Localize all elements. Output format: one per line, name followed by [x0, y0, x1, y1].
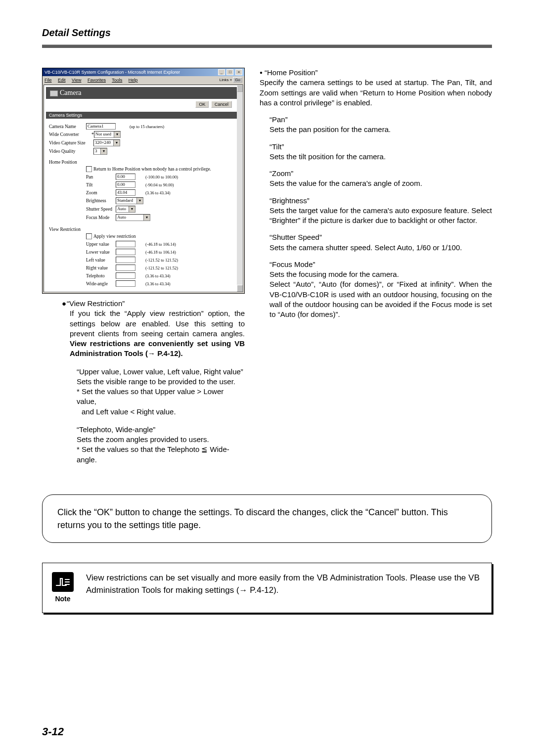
left-input[interactable]	[116, 257, 135, 263]
telephoto-label: Telephoto	[86, 273, 116, 278]
tilt-input[interactable]: 0.00	[116, 181, 135, 188]
browser-titlebar: VB-C10/VB-C10R System Configuration - Mi…	[43, 68, 244, 76]
right-input[interactable]	[116, 265, 135, 271]
go-button[interactable]: Go	[233, 77, 242, 83]
camera-band-label: Camera	[60, 89, 82, 96]
camera-name-hint: (up to 15 characters)	[130, 124, 164, 129]
telephoto-hint: (3.36 to 43.34)	[145, 273, 171, 278]
right-label: Right value	[86, 266, 116, 270]
focus-mode-select[interactable]: Auto	[116, 214, 150, 221]
brightness-heading: “Brightness”	[269, 196, 310, 205]
left-hint: (-121.52 to 121.52)	[145, 258, 178, 263]
zoom-heading: “Zoom”	[269, 169, 293, 178]
video-quality-label: Video Quality	[49, 149, 93, 154]
tilt-body: Sets the tilt position for the camera.	[269, 152, 386, 161]
zoom-label: Zoom	[86, 190, 116, 195]
note-icon	[52, 572, 74, 592]
pan-input[interactable]: 0.00	[116, 174, 135, 180]
left-column: VB-C10/VB-C10R System Configuration - Mi…	[42, 68, 245, 465]
pan-hint: (-100.00 to 100.00)	[145, 175, 178, 179]
tilt-heading: “Tilt”	[269, 142, 284, 151]
menu-help[interactable]: Help	[129, 78, 138, 83]
wide-converter-label: Wide Converter	[49, 132, 91, 137]
right-hint: (-121.52 to 121.52)	[145, 266, 178, 270]
zoom-body: Sets the value for the camera's angle of…	[269, 179, 422, 187]
wide-converter-select[interactable]: Not used	[94, 131, 121, 138]
left-body-text: ●“View Restriction” If you tick the “App…	[42, 299, 245, 465]
camera-icon	[50, 90, 58, 96]
lower-hint: (-46.18 to 106.14)	[145, 250, 176, 255]
video-capture-size-select[interactable]: 320×240	[93, 139, 120, 146]
left-label: Left value	[86, 258, 116, 263]
lower-input[interactable]	[116, 249, 135, 255]
pan-label: Pan	[86, 175, 116, 179]
telephoto-input[interactable]	[116, 272, 135, 279]
ulrl-line2: * Set the values so that Upper value > L…	[77, 387, 245, 407]
hp-body: Specify the camera settings to be used a…	[260, 78, 492, 107]
return-checkbox[interactable]	[86, 166, 92, 172]
scrollbar[interactable]	[237, 85, 243, 292]
vr-body-bold: View restrictions are conveniently set u…	[70, 339, 245, 357]
zoom-hint: (3.36 to 43.34)	[145, 190, 171, 195]
wideangle-label: Wide-angle	[86, 281, 116, 286]
minimize-icon[interactable]: _	[218, 69, 225, 75]
return-checkbox-label: Return to Home Position when nobody has …	[93, 167, 211, 172]
close-icon[interactable]: ×	[235, 69, 242, 75]
browser-menubar: File Edit View Favorites Tools Help Link…	[43, 76, 244, 84]
shutter-body: Sets the camera shutter speed. Select Au…	[269, 243, 462, 252]
cancel-button[interactable]: Cancel	[211, 101, 232, 108]
vr-body-text: If you tick the “Apply view restriction”…	[70, 309, 245, 338]
ok-button[interactable]: OK	[195, 101, 209, 108]
camera-header-band: Camera	[46, 87, 241, 99]
page-title: Detail Settings	[42, 27, 492, 39]
focus-heading: “Focus Mode”	[269, 260, 315, 268]
zoom-input[interactable]: 43.04	[116, 189, 135, 196]
menu-edit[interactable]: Edit	[58, 78, 66, 83]
menu-favorites[interactable]: Favorites	[88, 78, 106, 83]
menu-view[interactable]: View	[72, 78, 81, 83]
shutter-heading: “Shutter Speed”	[269, 233, 322, 241]
links-label[interactable]: Links	[220, 78, 229, 82]
focus-body: Sets the focusing mode for the camera. S…	[269, 270, 492, 318]
pan-heading: “Pan”	[269, 115, 288, 124]
wideangle-input[interactable]	[116, 280, 135, 287]
apply-view-label: Apply view restriction	[93, 234, 135, 239]
view-restriction-label: View Restriction	[49, 227, 238, 232]
browser-content: Camera OK Cancel Camera Settings Camera …	[44, 85, 243, 292]
page: Detail Settings VB-C10/VB-C10R System Co…	[0, 0, 534, 756]
note-text: View restrictions can be set visually an…	[86, 572, 480, 596]
brightness-label: Brightness	[86, 198, 116, 203]
page-number: 3-12	[42, 725, 64, 738]
apply-view-checkbox[interactable]	[86, 233, 92, 239]
shutter-speed-select[interactable]: Auto	[116, 206, 135, 213]
tilt-hint: (-90.04 to 90.00)	[145, 182, 174, 187]
focus-mode-label: Focus Mode	[86, 215, 116, 220]
ulrl-line3: and Left value < Right value.	[82, 407, 245, 417]
tw-line2: * Set the values so that the Telephoto ≦…	[77, 445, 245, 465]
header-rule	[42, 44, 492, 48]
maximize-icon[interactable]: □	[226, 69, 233, 75]
ulrl-line1: Sets the visible range to be provided to…	[77, 377, 245, 387]
browser-window: VB-C10/VB-C10R System Configuration - Mi…	[42, 68, 245, 294]
hp-heading: “Home Position”	[260, 68, 318, 77]
note-box: Note View restrictions can be set visual…	[42, 563, 492, 613]
video-capture-size-label: Video Capture Size	[49, 140, 93, 145]
camera-name-input[interactable]: Camera1	[86, 123, 116, 130]
note-label: Note	[49, 594, 76, 604]
upper-label: Upper value	[86, 242, 116, 247]
lower-label: Lower value	[86, 250, 116, 255]
menu-tools[interactable]: Tools	[112, 78, 122, 83]
menu-file[interactable]: File	[44, 78, 52, 83]
home-position-label: Home Position	[49, 160, 238, 165]
pan-body: Sets the pan position for the camera.	[269, 125, 391, 133]
video-quality-select[interactable]: 3	[93, 148, 107, 155]
tw-heading: “Telephoto, Wide-angle”	[77, 425, 245, 435]
upper-hint: (-46.18 to 106.14)	[145, 242, 176, 247]
camera-name-label: Camera Name	[49, 124, 86, 129]
right-column: “Home Position” Specify the camera setti…	[260, 68, 492, 326]
browser-title: VB-C10/VB-C10R System Configuration - Mi…	[44, 70, 180, 75]
upper-input[interactable]	[116, 241, 135, 247]
wideangle-hint: (3.36 to 43.34)	[145, 281, 171, 286]
brightness-select[interactable]: Standard	[116, 197, 143, 204]
tw-line1: Sets the zoom angles provided to users.	[77, 435, 245, 445]
